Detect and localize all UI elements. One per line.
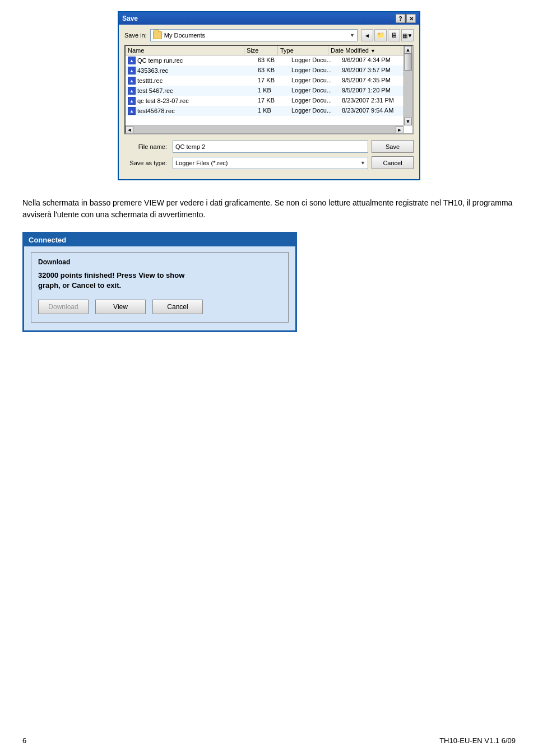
sort-icon: ▼ bbox=[370, 48, 375, 54]
save-in-row: Save in: My Documents ▼ ◄ 📁 🖥 ▦▼ bbox=[124, 29, 414, 41]
file-date: 9/6/2007 4:34 PM bbox=[340, 56, 412, 65]
table-row[interactable]: ▲test 5467.rec 1 KB Logger Docu... 9/5/2… bbox=[126, 86, 412, 96]
toolbar-icons: ◄ 📁 🖥 ▦▼ bbox=[361, 29, 414, 41]
dialog-buttons: Download View Cancel bbox=[38, 300, 281, 314]
save-dialog-body: Save in: My Documents ▼ ◄ 📁 🖥 ▦▼ bbox=[119, 25, 419, 179]
message-line2: graph, or Cancel to exit. bbox=[38, 281, 121, 290]
save-in-dropdown[interactable]: My Documents ▼ bbox=[150, 29, 358, 41]
folder-icon bbox=[153, 31, 162, 39]
help-button[interactable]: ? bbox=[396, 14, 405, 23]
file-date: 8/23/2007 9:54 AM bbox=[340, 106, 412, 115]
file-name: testttt.rec bbox=[137, 77, 163, 84]
file-list: Name Size Type Date Modified ▼ ▲QC temp … bbox=[124, 45, 414, 134]
save-as-type-label: Save as type: bbox=[124, 160, 169, 166]
file-type: Logger Docu... bbox=[289, 66, 340, 75]
connected-titlebar: Connected bbox=[24, 234, 295, 246]
vertical-scrollbar[interactable]: ▲ ▼ bbox=[404, 46, 412, 125]
table-row[interactable]: ▲QC temp run.rec 63 KB Logger Docu... 9/… bbox=[126, 55, 412, 66]
file-date: 9/5/2007 4:35 PM bbox=[340, 76, 412, 85]
file-size: 17 KB bbox=[256, 76, 289, 85]
file-size: 63 KB bbox=[256, 66, 289, 75]
cancel-button[interactable]: Cancel bbox=[152, 300, 203, 314]
col-name[interactable]: Name bbox=[126, 46, 244, 55]
file-list-header: Name Size Type Date Modified ▼ bbox=[126, 46, 412, 55]
file-name: QC temp run.rec bbox=[137, 57, 183, 64]
save-dialog-titlebar: Save ? ✕ bbox=[119, 12, 419, 25]
scroll-track bbox=[404, 54, 412, 118]
download-button[interactable]: Download bbox=[38, 300, 89, 314]
file-size: 63 KB bbox=[256, 56, 289, 65]
cancel-button[interactable]: Cancel bbox=[372, 156, 414, 169]
back-button[interactable]: ◄ bbox=[361, 29, 373, 41]
table-row[interactable]: ▲testttt.rec 17 KB Logger Docu... 9/5/20… bbox=[126, 76, 412, 86]
scroll-up-button[interactable]: ▲ bbox=[404, 46, 412, 54]
file-icon: ▲ bbox=[128, 77, 136, 85]
save-as-type-value: Logger Files (*.rec) bbox=[175, 160, 228, 166]
file-date: 9/6/2007 3:57 PM bbox=[340, 66, 412, 75]
file-icon: ▲ bbox=[128, 107, 136, 115]
page-footer: 6 TH10-EU-EN V1.1 6/09 bbox=[0, 736, 538, 745]
file-size: 1 KB bbox=[256, 86, 289, 95]
download-group: Download 32000 points finished! Press Vi… bbox=[31, 252, 289, 323]
horizontal-scrollbar[interactable]: ◄ ► bbox=[126, 125, 404, 133]
save-in-label: Save in: bbox=[124, 32, 147, 39]
file-name: test45678.rec bbox=[137, 108, 175, 114]
message-line1: 32000 points finished! Press View to sho… bbox=[38, 271, 184, 279]
file-type: Logger Docu... bbox=[289, 106, 340, 115]
dropdown-arrow-icon: ▼ bbox=[360, 160, 365, 166]
scroll-thumb[interactable] bbox=[404, 54, 412, 71]
file-icon: ▲ bbox=[128, 87, 136, 95]
table-row[interactable]: ▲test45678.rec 1 KB Logger Docu... 8/23/… bbox=[126, 106, 412, 116]
file-type: Logger Docu... bbox=[289, 76, 340, 85]
file-type: Logger Docu... bbox=[289, 96, 340, 105]
body-text-content: Nella schermata in basso premere VIEW pe… bbox=[22, 198, 512, 219]
col-type[interactable]: Type bbox=[278, 46, 328, 55]
view-menu-button[interactable]: ▦▼ bbox=[401, 29, 414, 41]
file-size: 17 KB bbox=[256, 96, 289, 105]
up-folder-button[interactable]: 📁 bbox=[374, 29, 387, 41]
table-row[interactable]: ▲qc test 8-23-07.rec 17 KB Logger Docu..… bbox=[126, 96, 412, 106]
save-as-type-dropdown[interactable]: Logger Files (*.rec) ▼ bbox=[173, 157, 368, 169]
col-date[interactable]: Date Modified ▼ bbox=[328, 46, 401, 55]
download-group-label: Download bbox=[38, 258, 281, 266]
save-dialog-title: Save bbox=[122, 15, 138, 22]
dropdown-arrow-icon: ▼ bbox=[350, 32, 355, 38]
connected-dialog-wrapper: Connected Download 32000 points finished… bbox=[22, 232, 516, 332]
file-date: 8/23/2007 2:31 PM bbox=[340, 96, 412, 105]
connected-title: Connected bbox=[29, 236, 66, 244]
close-button[interactable]: ✕ bbox=[406, 14, 416, 23]
page-version: TH10-EU-EN V1.1 6/09 bbox=[439, 736, 516, 745]
col-size[interactable]: Size bbox=[244, 46, 278, 55]
file-name: 435363.rec bbox=[137, 67, 168, 74]
body-paragraph: Nella schermata in basso premere VIEW pe… bbox=[22, 197, 516, 221]
file-name-input[interactable] bbox=[173, 141, 368, 153]
file-name: qc test 8-23-07.rec bbox=[137, 97, 189, 104]
titlebar-buttons: ? ✕ bbox=[396, 14, 416, 23]
save-dialog: Save ? ✕ Save in: My Documents ▼ ◄ bbox=[118, 11, 420, 180]
bottom-rows: File name: Save Save as type: Logger Fil… bbox=[124, 140, 414, 169]
connected-dialog: Connected Download 32000 points finished… bbox=[22, 232, 297, 332]
view-button[interactable]: View bbox=[95, 300, 146, 314]
save-as-type-row: Save as type: Logger Files (*.rec) ▼ Can… bbox=[124, 156, 414, 169]
connected-body: Download 32000 points finished! Press Vi… bbox=[24, 246, 295, 330]
file-type: Logger Docu... bbox=[289, 56, 340, 65]
file-icon: ▲ bbox=[128, 57, 136, 64]
file-size: 1 KB bbox=[256, 106, 289, 115]
file-type: Logger Docu... bbox=[289, 86, 340, 95]
file-icon: ▲ bbox=[128, 67, 136, 74]
file-name-label: File name: bbox=[124, 143, 169, 150]
scroll-left-button[interactable]: ◄ bbox=[126, 126, 133, 134]
download-message: 32000 points finished! Press View to sho… bbox=[38, 270, 281, 291]
table-row[interactable]: ▲435363.rec 63 KB Logger Docu... 9/6/200… bbox=[126, 66, 412, 76]
file-name: test 5467.rec bbox=[137, 87, 173, 94]
file-name-row: File name: Save bbox=[124, 140, 414, 153]
page-number: 6 bbox=[22, 736, 26, 745]
save-in-value: My Documents bbox=[164, 32, 347, 39]
new-folder-button[interactable]: 🖥 bbox=[388, 29, 400, 41]
scroll-right-button[interactable]: ► bbox=[396, 126, 404, 134]
file-icon: ▲ bbox=[128, 97, 136, 105]
save-button[interactable]: Save bbox=[372, 140, 414, 153]
scroll-down-button[interactable]: ▼ bbox=[404, 118, 412, 125]
file-list-scroll: ▲QC temp run.rec 63 KB Logger Docu... 9/… bbox=[126, 55, 412, 131]
file-date: 9/5/2007 1:20 PM bbox=[340, 86, 412, 95]
